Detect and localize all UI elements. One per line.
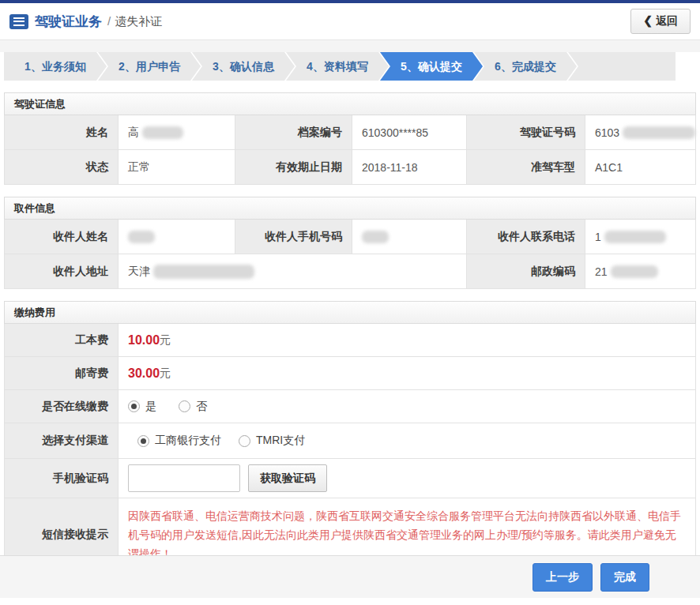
step-tab-3[interactable]: 3、确认信息 [192, 52, 295, 81]
online-pay-options: 是 否 [119, 390, 696, 423]
recipient-mobile-value [352, 220, 467, 254]
archive-no-value: 610300****85 [352, 115, 467, 150]
status-label: 状态 [5, 150, 119, 185]
recipient-name-label: 收件人姓名 [5, 220, 119, 254]
postcode-label: 邮政编码 [467, 254, 585, 289]
redacted-blur [611, 265, 658, 278]
recipient-address-value: 天津 [119, 254, 467, 289]
radio-online-pay-no[interactable]: 否 [179, 400, 207, 414]
step-tab-1[interactable]: 1、业务须知 [4, 52, 107, 81]
radio-unselected-icon [179, 400, 190, 412]
name-label: 姓名 [5, 115, 119, 150]
finish-button[interactable]: 完成 [600, 563, 649, 592]
license-service-icon [9, 14, 28, 29]
header-gap [0, 40, 700, 52]
production-fee-value: 10.00元 [119, 324, 696, 357]
radio-channel-tmri[interactable]: TMRI支付 [239, 434, 305, 448]
license-no-value: 6103 [585, 115, 696, 150]
chevron-left-icon: ❮ [643, 14, 653, 27]
online-pay-label: 是否在线缴费 [5, 390, 119, 423]
sms-code-row: 获取验证码 [119, 459, 696, 498]
vehicle-class-label: 准驾车型 [467, 150, 585, 185]
recipient-name-value [119, 220, 235, 254]
license-info-title: 驾驶证信息 [4, 92, 696, 115]
production-fee-amount: 10.00 [128, 333, 160, 348]
step-tab-5-active[interactable]: 5、确认提交 [380, 52, 483, 81]
radio-selected-icon [137, 435, 149, 447]
previous-step-button[interactable]: 上一步 [533, 563, 593, 592]
expiry-label: 有效期止日期 [235, 150, 352, 185]
step-tab-4[interactable]: 4、资料填写 [286, 52, 389, 81]
redacted-blur [153, 265, 254, 279]
recipient-phone-label: 收件人联系电话 [467, 220, 585, 254]
step-bar-filler [568, 52, 676, 81]
redacted-blur [362, 231, 389, 243]
radio-channel-icbc[interactable]: 工商银行支付 [137, 434, 221, 448]
breadcrumb-current: 遗失补证 [115, 14, 162, 28]
production-fee-label: 工本费 [5, 324, 119, 357]
sms-code-label: 手机验证码 [5, 459, 119, 498]
radio-selected-icon [128, 400, 140, 412]
redacted-blur [128, 231, 155, 243]
payment-channel-label: 选择支付渠道 [5, 423, 119, 459]
payment-channel-options: 工商银行支付 TMRI支付 [119, 423, 696, 459]
fees-title: 缴纳费用 [4, 301, 696, 324]
redacted-blur [604, 231, 666, 243]
postage-fee-unit: 元 [160, 366, 171, 381]
pickup-info-section: 取件信息 收件人姓名 收件人手机号码 收件人联系电话 1 收件人地址 天津 邮政… [4, 197, 696, 289]
page-header: 驾驶证业务 /遗失补证 ❮返回 [0, 3, 700, 40]
license-info-section: 驾驶证信息 姓名 高 档案编号 610300****85 驾驶证号码 6103 … [4, 92, 696, 185]
postcode-value: 21 [585, 254, 696, 289]
name-value: 高 [119, 115, 235, 150]
expiry-value: 2018-11-18 [352, 150, 467, 185]
step-tab-6[interactable]: 6、完成提交 [474, 52, 577, 81]
back-button[interactable]: ❮返回 [630, 9, 691, 34]
step-progress-bar: 1、业务须知 2、用户申告 3、确认信息 4、资料填写 5、确认提交 6、完成提… [4, 52, 696, 81]
postage-fee-amount: 30.00 [128, 366, 160, 381]
postage-fee-label: 邮寄费 [5, 357, 119, 390]
redacted-blur [142, 126, 183, 139]
fees-section: 缴纳费用 工本费 10.00元 邮寄费 30.00元 是否在线缴费 是 否 选择… [4, 301, 696, 572]
recipient-address-label: 收件人地址 [5, 254, 119, 289]
redacted-blur [623, 126, 695, 139]
archive-no-label: 档案编号 [235, 115, 352, 150]
sms-code-input[interactable] [128, 464, 240, 492]
get-sms-code-button[interactable]: 获取验证码 [248, 464, 327, 492]
breadcrumb-slash: / [107, 14, 111, 28]
radio-online-pay-yes[interactable]: 是 [128, 400, 156, 414]
postage-fee-value: 30.00元 [119, 357, 696, 390]
recipient-phone-value: 1 [585, 220, 696, 254]
page-title: 驾驶证业务 [35, 13, 102, 31]
breadcrumb: /遗失补证 [107, 14, 162, 29]
recipient-mobile-label: 收件人手机号码 [235, 220, 352, 254]
footer-action-bar: 上一步 完成 [0, 555, 700, 598]
vehicle-class-value: A1C1 [585, 150, 696, 185]
step-tab-2[interactable]: 2、用户申告 [98, 52, 201, 81]
license-no-label: 驾驶证号码 [467, 115, 585, 150]
production-fee-unit: 元 [160, 333, 171, 348]
pickup-info-title: 取件信息 [4, 197, 696, 220]
status-value: 正常 [119, 150, 235, 185]
radio-unselected-icon [239, 435, 250, 447]
